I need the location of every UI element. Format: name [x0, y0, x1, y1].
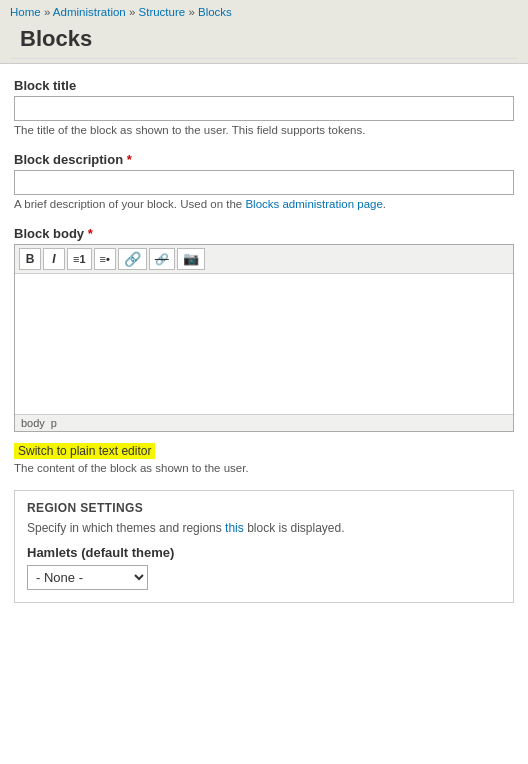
statusbar-body: body	[21, 417, 45, 429]
breadcrumb-sep-1: »	[44, 6, 53, 18]
breadcrumb-sep-3: »	[188, 6, 198, 18]
region-this-link[interactable]: this	[225, 521, 244, 535]
block-description-input[interactable]	[14, 170, 514, 195]
breadcrumb-blocks[interactable]: Blocks	[198, 6, 232, 18]
select-wrapper: - None - Header Sidebar first Sidebar se…	[27, 565, 501, 590]
region-settings-description: Specify in which themes and regions this…	[27, 521, 501, 535]
editor-body[interactable]	[15, 274, 513, 414]
region-select[interactable]: - None - Header Sidebar first Sidebar se…	[27, 565, 148, 590]
unordered-list-button[interactable]: ≡•	[94, 248, 116, 270]
editor-toolbar: B I ≡1 ≡• 🔗 🔗 📷	[15, 245, 513, 274]
unlink-button[interactable]: 🔗	[149, 248, 175, 270]
image-button[interactable]: 📷	[177, 248, 205, 270]
breadcrumb-sep-2: »	[129, 6, 139, 18]
block-title-group: Block title The title of the block as sh…	[14, 78, 514, 136]
breadcrumb-home[interactable]: Home	[10, 6, 41, 18]
bold-button[interactable]: B	[19, 248, 41, 270]
breadcrumb-bar: Home » Administration » Structure » Bloc…	[0, 0, 528, 64]
blocks-admin-link[interactable]: Blocks administration page	[245, 198, 382, 210]
block-body-group: Block body * B I ≡1 ≡• 🔗 🔗 📷 body p Swit…	[14, 226, 514, 474]
theme-label: Hamlets (default theme)	[27, 545, 501, 560]
switch-to-plain-text[interactable]: Switch to plain text editor	[14, 443, 155, 459]
breadcrumb: Home » Administration » Structure » Bloc…	[10, 6, 518, 18]
ordered-list-button[interactable]: ≡1	[67, 248, 92, 270]
required-marker: *	[127, 152, 132, 167]
statusbar-p: p	[51, 417, 57, 429]
page-title: Blocks	[10, 18, 518, 59]
block-title-description: The title of the block as shown to the u…	[14, 124, 514, 136]
block-description-description: A brief description of your block. Used …	[14, 198, 514, 210]
editor-statusbar: body p	[15, 414, 513, 431]
main-content: Block title The title of the block as sh…	[0, 64, 528, 617]
block-description-label: Block description *	[14, 152, 514, 167]
region-settings-section: REGION SETTINGS Specify in which themes …	[14, 490, 514, 603]
italic-button[interactable]: I	[43, 248, 65, 270]
block-body-required: *	[88, 226, 93, 241]
block-body-label: Block body *	[14, 226, 514, 241]
region-settings-title: REGION SETTINGS	[27, 501, 501, 515]
breadcrumb-structure[interactable]: Structure	[139, 6, 186, 18]
breadcrumb-administration[interactable]: Administration	[53, 6, 126, 18]
rich-text-editor: B I ≡1 ≡• 🔗 🔗 📷 body p	[14, 244, 514, 432]
block-title-label: Block title	[14, 78, 514, 93]
block-title-input[interactable]	[14, 96, 514, 121]
theme-region-group: Hamlets (default theme) - None - Header …	[27, 545, 501, 590]
block-description-group: Block description * A brief description …	[14, 152, 514, 210]
block-body-description: The content of the block as shown to the…	[14, 462, 514, 474]
link-button[interactable]: 🔗	[118, 248, 147, 270]
